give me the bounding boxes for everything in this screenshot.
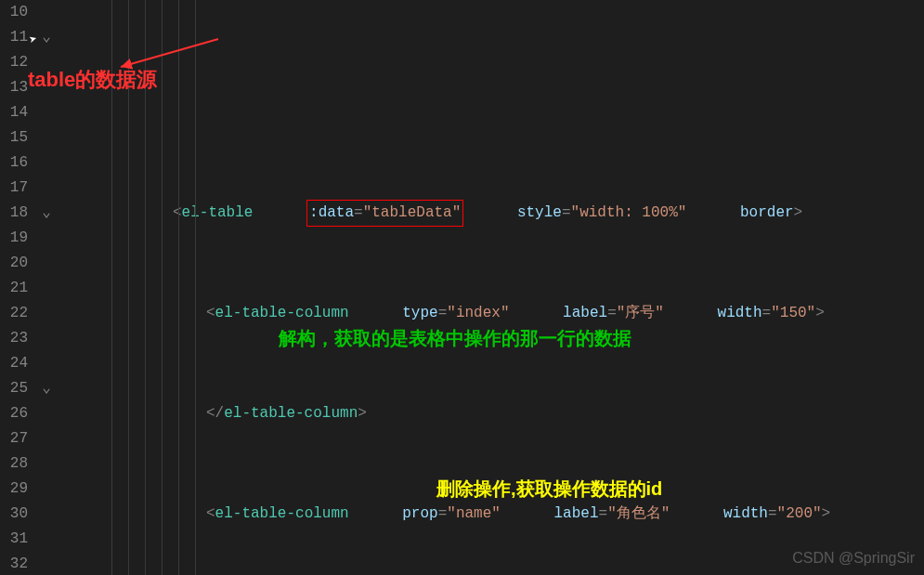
line-number: 10 (0, 0, 28, 25)
watermark-text: CSDN @SpringSir (792, 545, 915, 570)
line-number: 15 (0, 125, 28, 150)
line-number: 16 (0, 150, 28, 176)
line-number: 13 (0, 75, 28, 100)
line-number: 26 (0, 401, 28, 426)
line-number: 27 (0, 426, 28, 451)
fold-column: ⌄ ⌄ ⌄ (37, 0, 56, 575)
line-number: 28 (0, 451, 28, 477)
line-number-gutter: 10 11 12 13 14 15 16 17 18 19 20 21 22 2… (0, 0, 37, 575)
fold-chevron-icon[interactable]: ⌄ (37, 201, 56, 226)
code-editor: 10 11 12 13 14 15 16 17 18 19 20 21 22 2… (0, 0, 924, 575)
code-line: <el-table-column type="index" label="序号"… (56, 301, 924, 326)
line-number: 17 (0, 176, 28, 201)
fold-chevron-icon[interactable]: ⌄ (37, 376, 56, 401)
line-number: 18 (0, 201, 28, 226)
line-number: 21 (0, 276, 28, 301)
line-number: 12 (0, 50, 28, 75)
fold-chevron-icon[interactable]: ⌄ (37, 25, 56, 50)
line-number: 25 (0, 376, 28, 401)
indent-guides (111, 0, 212, 575)
line-number: 20 (0, 251, 28, 276)
code-line: </el-table-column> (56, 401, 924, 426)
line-number: 31 (0, 527, 28, 552)
line-number: 23 (0, 326, 28, 351)
line-number: 30 (0, 502, 28, 527)
code-line: <el-table-column prop="name" label="角色名"… (56, 502, 924, 527)
code-line (56, 100, 924, 125)
line-number: 19 (0, 226, 28, 251)
code-area[interactable]: <el-table :data="tableData" style="width… (56, 0, 924, 575)
code-line: <el-table :data="tableData" style="width… (56, 201, 924, 226)
highlight-box-red: :data="tableData" (306, 200, 463, 227)
line-number: 24 (0, 351, 28, 376)
line-number: 14 (0, 100, 28, 125)
line-number: 29 (0, 477, 28, 502)
line-number: 22 (0, 301, 28, 326)
line-number: 32 (0, 552, 28, 575)
line-number: 11 (0, 25, 28, 50)
